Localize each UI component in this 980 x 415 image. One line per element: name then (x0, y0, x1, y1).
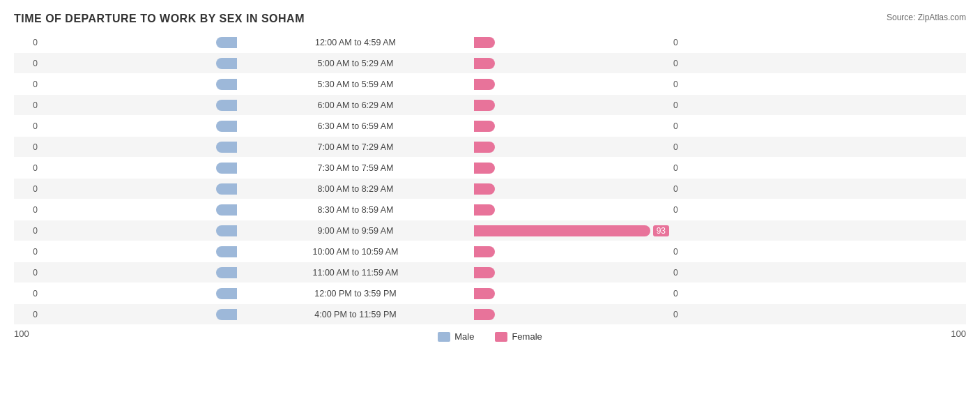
time-label: 6:30 AM to 6:59 AM (237, 121, 474, 131)
right-bar-area (474, 142, 669, 153)
right-bar-area (474, 204, 669, 216)
time-label: 6:00 AM to 6:29 AM (237, 100, 474, 110)
legend: Male Female (438, 331, 542, 342)
legend-male: Male (438, 331, 474, 342)
table-row: 0 7:30 AM to 7:59 AM 0 (14, 158, 966, 178)
left-bar-area (42, 142, 237, 153)
female-bar (474, 246, 495, 257)
chart-area: 0 12:00 AM to 4:59 AM 0 0 5:00 AM to 5:2… (14, 32, 966, 358)
axis-labels: 100 Male Female 100 (14, 329, 966, 342)
male-bar (216, 288, 237, 299)
axis-min: 100 (14, 329, 29, 342)
left-bar-area (42, 58, 237, 69)
male-value: 0 (14, 142, 42, 152)
time-label: 9:00 AM to 9:59 AM (237, 226, 474, 236)
table-row: 0 8:00 AM to 8:29 AM 0 (14, 179, 966, 199)
male-bar (216, 142, 237, 153)
male-bar (216, 37, 237, 48)
male-value: 0 (14, 121, 42, 131)
table-row: 0 10:00 AM to 10:59 AM 0 (14, 241, 966, 262)
left-bar-area (42, 163, 237, 174)
male-bar (216, 225, 237, 236)
legend-male-label: Male (454, 331, 474, 342)
source-label: Source: ZipAtlas.com (887, 13, 966, 22)
time-label: 5:00 AM to 5:29 AM (237, 59, 474, 68)
left-bar-area (42, 309, 237, 320)
male-value: 0 (14, 80, 42, 89)
left-bar-area (42, 267, 237, 278)
left-bar-area (42, 37, 237, 48)
male-value: 0 (14, 59, 42, 68)
legend-female-label: Female (512, 331, 542, 342)
left-bar-area (42, 204, 237, 216)
right-bar-area (474, 183, 669, 195)
female-bar (474, 204, 495, 216)
right-bar-area (474, 288, 669, 299)
female-value: 0 (669, 163, 711, 173)
left-bar-area (42, 288, 237, 299)
time-label: 7:30 AM to 7:59 AM (237, 163, 474, 173)
male-bar (216, 309, 237, 320)
male-bar (216, 121, 237, 132)
female-value: 0 (669, 184, 711, 194)
time-label: 10:00 AM to 10:59 AM (237, 247, 474, 257)
left-bar-area (42, 183, 237, 195)
female-bar (474, 142, 495, 153)
axis-max: 100 (951, 329, 966, 342)
right-bar-area (474, 79, 669, 90)
female-value: 0 (669, 121, 711, 131)
male-value: 0 (14, 38, 42, 47)
chart-container: TIME OF DEPARTURE TO WORK BY SEX IN SOHA… (0, 0, 980, 415)
female-bar (474, 288, 495, 299)
female-value: 0 (669, 80, 711, 89)
time-label: 12:00 AM to 4:59 AM (237, 38, 474, 47)
male-value: 0 (14, 247, 42, 257)
male-value: 0 (14, 184, 42, 194)
time-label: 8:30 AM to 8:59 AM (237, 205, 474, 215)
male-value: 0 (14, 289, 42, 299)
right-bar-area: 93 (474, 225, 669, 236)
female-value: 0 (669, 310, 711, 319)
left-bar-area (42, 100, 237, 111)
table-row: 0 11:00 AM to 11:59 AM 0 (14, 262, 966, 282)
table-row: 0 12:00 PM to 3:59 PM 0 (14, 283, 966, 303)
male-bar (216, 267, 237, 278)
female-bar (474, 121, 495, 132)
female-value: 0 (669, 38, 711, 47)
legend-female-box (495, 332, 507, 342)
time-label: 12:00 PM to 3:59 PM (237, 289, 474, 299)
rows-container: 0 12:00 AM to 4:59 AM 0 0 5:00 AM to 5:2… (14, 32, 966, 324)
male-bar (216, 183, 237, 195)
female-bar (474, 267, 495, 278)
time-label: 11:00 AM to 11:59 AM (237, 268, 474, 278)
female-bar (474, 225, 650, 236)
right-bar-area (474, 309, 669, 320)
right-bar-area (474, 100, 669, 111)
right-bar-area (474, 58, 669, 69)
female-bar (474, 163, 495, 174)
right-bar-area (474, 267, 669, 278)
female-bar (474, 79, 495, 90)
female-value: 0 (669, 100, 711, 110)
female-value: 0 (669, 142, 711, 152)
male-value: 0 (14, 100, 42, 110)
female-value: 0 (669, 247, 711, 257)
female-value-badge: 93 (653, 225, 669, 236)
time-label: 7:00 AM to 7:29 AM (237, 142, 474, 152)
left-bar-area (42, 246, 237, 257)
time-label: 8:00 AM to 8:29 AM (237, 184, 474, 194)
male-bar (216, 100, 237, 111)
time-label: 4:00 PM to 11:59 PM (237, 310, 474, 319)
female-value: 0 (669, 289, 711, 299)
table-row: 0 9:00 AM to 9:59 AM 93 (14, 220, 966, 241)
table-row: 0 12:00 AM to 4:59 AM 0 (14, 32, 966, 52)
legend-male-box (438, 332, 450, 342)
right-bar-area (474, 246, 669, 257)
right-bar-area (474, 37, 669, 48)
male-bar (216, 79, 237, 90)
female-value: 0 (669, 205, 711, 215)
legend-female: Female (495, 331, 542, 342)
male-value: 0 (14, 268, 42, 278)
table-row: 0 6:30 AM to 6:59 AM 0 (14, 116, 966, 136)
chart-title: TIME OF DEPARTURE TO WORK BY SEX IN SOHA… (14, 13, 966, 25)
